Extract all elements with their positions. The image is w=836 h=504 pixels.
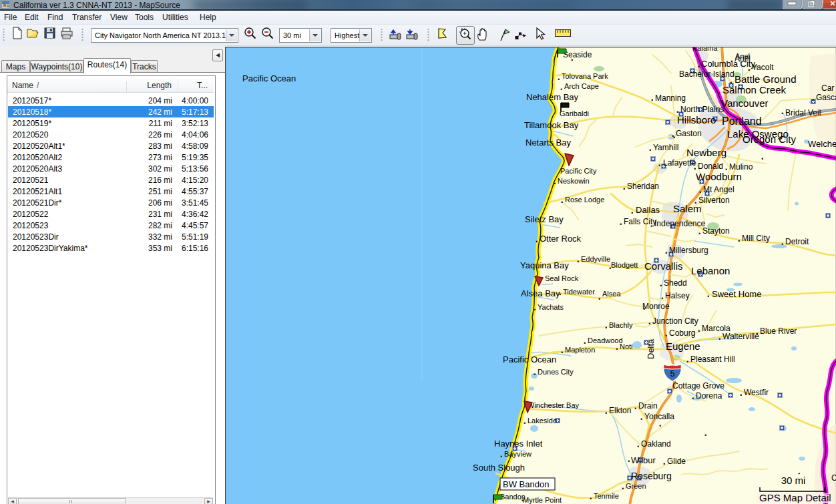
svg-text:30 mi: 30 mi	[781, 475, 806, 486]
svg-text:Bandon: Bandon	[500, 493, 526, 501]
svg-text:South Slough: South Slough	[473, 463, 525, 473]
svg-text:Neskowin: Neskowin	[558, 177, 590, 185]
svg-text:Yacolt: Yacolt	[752, 63, 774, 72]
svg-text:Bachelor Island: Bachelor Island	[679, 69, 735, 79]
svg-text:Roseburg: Roseburg	[631, 471, 672, 481]
svg-text:Deadwood: Deadwood	[588, 336, 623, 344]
svg-text:Manning: Manning	[655, 93, 686, 103]
svg-text:Welches: Welches	[808, 139, 836, 149]
svg-text:Millersburg: Millersburg	[669, 246, 708, 255]
svg-text:Mt Angel: Mt Angel	[703, 185, 735, 194]
svg-text:Blachly: Blachly	[609, 321, 633, 329]
svg-text:Tolovana Park: Tolovana Park	[562, 72, 608, 80]
svg-text:Bridal Veil: Bridal Veil	[785, 108, 821, 117]
svg-text:Westfir: Westfir	[744, 388, 769, 397]
svg-text:Sweet Home: Sweet Home	[712, 289, 761, 299]
svg-text:Seal Rock: Seal Rock	[545, 274, 579, 282]
svg-text:5: 5	[670, 369, 675, 379]
svg-text:Pacific Ocean: Pacific Ocean	[242, 73, 296, 83]
svg-text:Stayton: Stayton	[702, 226, 730, 236]
svg-text:Donald: Donald	[698, 162, 723, 171]
svg-text:Yaquina Bay: Yaquina Bay	[520, 260, 569, 270]
svg-text:Yachats: Yachats	[538, 303, 564, 311]
svg-text:Pleasant Hill: Pleasant Hill	[690, 354, 735, 364]
svg-text:Newberg: Newberg	[686, 147, 726, 158]
svg-text:Yamhill: Yamhill	[653, 143, 678, 152]
svg-text:Bayview: Bayview	[504, 450, 532, 458]
svg-text:Woodburn: Woodburn	[696, 171, 742, 182]
svg-text:GPS Map Detail: GPS Map Detail	[759, 492, 831, 503]
svg-text:Blodgett: Blodgett	[611, 261, 638, 269]
svg-text:Sheridan: Sheridan	[627, 182, 659, 191]
svg-text:Glide: Glide	[667, 457, 686, 466]
svg-text:Alsea: Alsea	[602, 290, 621, 298]
svg-text:Cr: Cr	[831, 473, 836, 483]
svg-text:Wilbur: Wilbur	[631, 455, 656, 465]
svg-text:Corvallis: Corvallis	[644, 260, 683, 272]
svg-text:Independence: Independence	[654, 219, 705, 228]
svg-text:Vancouver: Vancouver	[721, 97, 769, 109]
svg-text:Pacific Ocean: Pacific Ocean	[503, 354, 556, 364]
svg-text:Nehalem Bay: Nehalem Bay	[526, 92, 579, 102]
svg-text:Gasca: Gasca	[816, 93, 836, 102]
svg-text:Blue River: Blue River	[760, 326, 797, 336]
svg-text:Halsey: Halsey	[665, 291, 690, 300]
svg-text:Yoncalla: Yoncalla	[644, 412, 674, 421]
svg-text:Tidewater: Tidewater	[563, 288, 595, 296]
svg-text:Salmon Creek: Salmon Creek	[722, 84, 787, 95]
svg-text:Delta: Delta	[646, 338, 656, 359]
svg-text:Drain: Drain	[638, 401, 658, 411]
svg-text:Eddyville: Eddyville	[581, 255, 610, 263]
svg-text:Green: Green	[626, 482, 646, 490]
svg-text:Noti: Noti	[620, 342, 633, 350]
svg-text:Tillamook Bay: Tillamook Bay	[524, 120, 579, 130]
svg-text:Alsea Bay: Alsea Bay	[521, 288, 560, 298]
svg-text:Detroit: Detroit	[785, 237, 809, 246]
svg-text:Gaston: Gaston	[676, 129, 702, 138]
svg-text:Pacific City: Pacific City	[560, 167, 597, 175]
svg-text:Dallas: Dallas	[636, 205, 660, 215]
svg-text:Car: Car	[821, 83, 834, 93]
svg-text:North Plains: North Plains	[680, 105, 724, 114]
svg-text:Netarts Bay: Netarts Bay	[526, 138, 571, 148]
svg-text:Hillsboro: Hillsboro	[677, 114, 716, 125]
svg-text:Monroe: Monroe	[642, 302, 670, 311]
svg-text:Walterville: Walterville	[722, 332, 759, 341]
svg-text:Seaside: Seaside	[563, 50, 592, 59]
svg-text:Tenmile: Tenmile	[594, 492, 619, 500]
svg-text:Lebanon: Lebanon	[691, 265, 730, 276]
svg-text:Arch Cape: Arch Cape	[564, 82, 599, 90]
svg-text:Anel: Anel	[735, 52, 750, 60]
svg-text:Siletz Bay: Siletz Bay	[525, 214, 564, 224]
svg-text:Dunes City: Dunes City	[538, 368, 574, 376]
svg-text:Oregon City: Oregon City	[743, 134, 797, 145]
svg-text:Dorena: Dorena	[696, 391, 722, 401]
svg-text:Winchester Bay: Winchester Bay	[528, 401, 580, 409]
svg-text:Coburg: Coburg	[669, 328, 695, 338]
svg-text:Otter Rock: Otter Rock	[540, 234, 582, 244]
svg-text:Rose Lodge: Rose Lodge	[565, 196, 604, 204]
svg-text:Oakland: Oakland	[641, 439, 671, 449]
svg-text:Mill City: Mill City	[742, 234, 770, 243]
svg-text:Garibaldi: Garibaldi	[560, 109, 589, 117]
svg-text:Mulino: Mulino	[729, 162, 753, 172]
svg-text:Falls City: Falls City	[624, 217, 656, 226]
svg-text:Junction City: Junction City	[652, 316, 698, 326]
svg-text:Myrtle Point: Myrtle Point	[523, 496, 562, 504]
svg-text:Mapleton: Mapleton	[565, 346, 595, 354]
svg-text:Battle Ground: Battle Ground	[735, 73, 797, 85]
svg-text:Elkton: Elkton	[609, 406, 631, 415]
svg-text:Eugene: Eugene	[666, 340, 700, 352]
svg-text:Lakeside: Lakeside	[528, 417, 557, 425]
svg-text:BW Bandon: BW Bandon	[503, 479, 549, 489]
svg-text:Portland: Portland	[722, 115, 762, 127]
svg-text:Lafayette: Lafayette	[663, 158, 696, 168]
svg-text:Silverton: Silverton	[698, 196, 730, 205]
svg-text:Haynes Inlet: Haynes Inlet	[494, 439, 543, 449]
svg-text:Salem: Salem	[673, 203, 702, 214]
svg-text:Cottage Grove: Cottage Grove	[672, 381, 724, 391]
svg-text:Shedd: Shedd	[664, 278, 687, 288]
